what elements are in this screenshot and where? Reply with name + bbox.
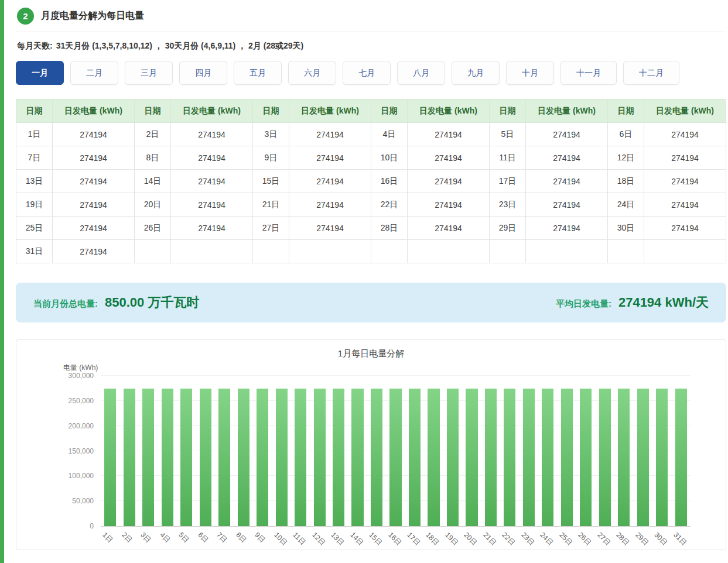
- y-tick-label: 200,000: [69, 422, 94, 430]
- section-title: 月度电量分解为每日电量: [41, 10, 144, 22]
- month-tab-八月[interactable]: 八月: [397, 61, 445, 85]
- value-cell: [171, 240, 253, 263]
- bar-slot: 24日: [538, 376, 557, 526]
- bar-3日: [142, 389, 154, 526]
- value-cell: 274194: [53, 123, 135, 146]
- month-tab-二月[interactable]: 二月: [70, 61, 118, 85]
- month-tab-十一月[interactable]: 十一月: [560, 61, 617, 85]
- total-energy-label: 当前月份总电量:: [33, 298, 98, 310]
- day-cell: 3日: [253, 123, 289, 146]
- bar-slot: 14日: [348, 376, 367, 526]
- day-cell: 12日: [608, 146, 644, 170]
- y-tick-label: 50,000: [72, 497, 94, 505]
- bar-slot: 8日: [234, 376, 252, 526]
- month-tab-九月[interactable]: 九月: [452, 61, 500, 85]
- bar-slot: 20日: [462, 376, 481, 526]
- value-column-header: 日发电量 (kWh): [408, 99, 490, 123]
- day-cell: 9日: [253, 146, 289, 170]
- day-cell: 22日: [371, 193, 408, 217]
- bar-chart: 电量 (kWh) 050,000100,000150,000200,000250…: [25, 376, 691, 550]
- x-tick-label: 23日: [519, 530, 536, 548]
- total-energy-summary: 当前月份总电量: 850.00 万千瓦时: [33, 294, 199, 311]
- daily-energy-chart-panel: 1月每日电量分解 电量 (kWh) 050,000100,000150,0002…: [16, 339, 726, 550]
- plot-area: 050,000100,000150,000200,000250,000300,0…: [101, 376, 691, 527]
- day-cell: 15日: [253, 170, 289, 193]
- x-tick-label: 3日: [138, 530, 153, 545]
- value-cell: 274194: [408, 170, 490, 193]
- x-tick-label: 21日: [481, 530, 498, 548]
- value-column-header: 日发电量 (kWh): [171, 99, 253, 123]
- bar-slot: 18日: [424, 376, 443, 526]
- month-tab-四月[interactable]: 四月: [179, 61, 227, 85]
- x-tick-label: 16日: [385, 530, 403, 548]
- bar-29日: [637, 389, 649, 526]
- value-cell: 274194: [53, 217, 135, 240]
- bar-25日: [561, 389, 573, 526]
- day-cell: 29日: [490, 217, 526, 240]
- month-tab-三月[interactable]: 三月: [125, 61, 173, 85]
- day-cell: [371, 240, 408, 263]
- value-cell: 274194: [289, 217, 371, 240]
- x-tick-label: 7日: [214, 530, 229, 545]
- day-cell: [608, 240, 644, 263]
- month-tab-十月[interactable]: 十月: [506, 61, 554, 85]
- bar-slot: 31日: [672, 376, 691, 526]
- day-cell: 21日: [253, 193, 289, 217]
- value-cell: 274194: [526, 123, 608, 146]
- value-column-header: 日发电量 (kWh): [289, 99, 371, 123]
- month-tab-六月[interactable]: 六月: [288, 61, 336, 85]
- value-cell: 274194: [644, 217, 726, 240]
- y-tick-label: 100,000: [69, 472, 94, 480]
- month-tabs: 一月二月三月四月五月六月七月八月九月十月十一月十二月: [16, 61, 726, 85]
- bar-24日: [542, 389, 553, 526]
- day-cell: 30日: [608, 217, 644, 240]
- value-column-header: 日发电量 (kWh): [644, 99, 726, 123]
- x-tick-label: 8日: [234, 530, 248, 545]
- value-cell: 274194: [289, 193, 371, 217]
- date-column-header: 日期: [608, 99, 644, 123]
- bar-5日: [180, 389, 192, 526]
- day-cell: 28日: [371, 217, 408, 240]
- table-row: 19日27419420日27419421日27419422日27419423日2…: [16, 193, 726, 217]
- day-cell: 1日: [16, 123, 53, 146]
- day-cell: 20日: [135, 193, 171, 217]
- bar-slot: 16日: [386, 376, 405, 526]
- value-cell: 274194: [408, 193, 490, 217]
- bar-12日: [314, 389, 326, 526]
- bar-slot: 13日: [329, 376, 348, 526]
- bar-slot: 4日: [158, 376, 176, 526]
- bar-6日: [200, 389, 211, 526]
- bar-slot: 21日: [481, 376, 500, 526]
- bar-slot: 2日: [119, 376, 138, 526]
- value-cell: 274194: [289, 146, 371, 170]
- x-tick-label: 25日: [557, 530, 575, 548]
- bar-31日: [675, 389, 687, 526]
- days-per-month-text: 31天月份 (1,3,5,7,8,10,12) ， 30天月份 (4,6,9,1…: [56, 41, 304, 50]
- y-tick-label: 150,000: [69, 447, 94, 455]
- month-tab-十二月[interactable]: 十二月: [623, 61, 679, 85]
- value-cell: 274194: [644, 170, 726, 193]
- day-cell: 8日: [135, 146, 171, 170]
- bar-slot: 26日: [576, 376, 595, 526]
- month-tab-五月[interactable]: 五月: [234, 61, 282, 85]
- y-tick-label: 300,000: [69, 372, 94, 380]
- value-cell: 274194: [171, 170, 253, 193]
- y-tick-label: 250,000: [69, 397, 94, 405]
- value-cell: 274194: [289, 123, 371, 146]
- x-tick-label: 19日: [443, 530, 460, 548]
- value-cell: 274194: [289, 170, 371, 193]
- month-tab-七月[interactable]: 七月: [343, 61, 391, 85]
- value-cell: [644, 240, 726, 263]
- monthly-breakdown-section: 2 月度电量分解为每日电量 每月天数:31天月份 (1,3,5,7,8,10,1…: [16, 0, 726, 550]
- month-tab-一月[interactable]: 一月: [16, 61, 64, 85]
- bar-slot: 1日: [101, 376, 119, 526]
- x-tick-label: 2日: [119, 530, 134, 545]
- bar-slot: 28日: [614, 376, 633, 526]
- day-cell: 18日: [608, 170, 644, 193]
- day-cell: 5日: [490, 123, 526, 146]
- day-cell: 4日: [371, 123, 408, 146]
- table-row: 25日27419426日27419427日27419428日27419429日2…: [16, 217, 726, 240]
- daily-table-header: 日期日发电量 (kWh)日期日发电量 (kWh)日期日发电量 (kWh)日期日发…: [16, 99, 726, 123]
- days-per-month-label: 每月天数:: [17, 41, 53, 50]
- bar-17日: [409, 389, 421, 526]
